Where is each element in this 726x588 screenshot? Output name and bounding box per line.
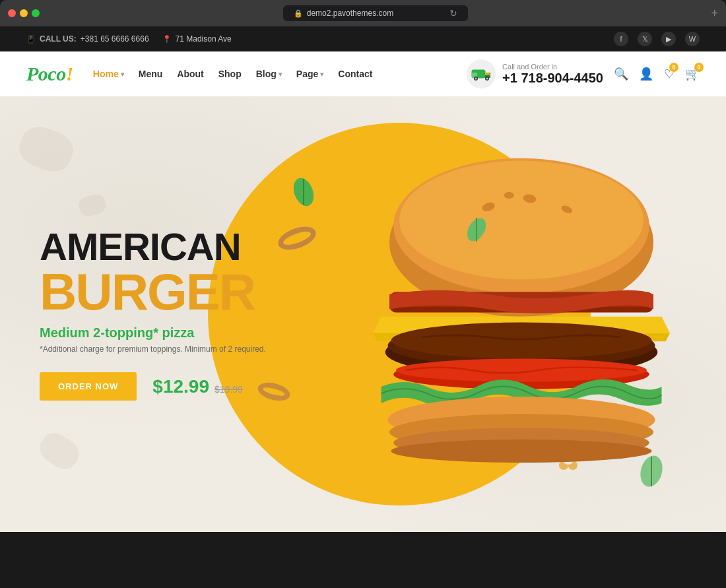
wordpress-icon[interactable]: W	[685, 32, 700, 46]
nav-blog[interactable]: Blog ▾	[256, 69, 282, 79]
logo-exclaim: !	[66, 63, 73, 84]
leaf-1	[290, 176, 317, 211]
nav-home[interactable]: Home ▾	[93, 69, 124, 79]
hero-subtitle: Medium 2-topping* pizza	[40, 325, 266, 341]
refresh-icon[interactable]: ↻	[449, 8, 457, 18]
svg-point-19	[504, 192, 514, 199]
chevron-down-icon-page: ▾	[320, 71, 323, 78]
new-tab-button[interactable]: +	[711, 7, 718, 20]
maximize-button[interactable]	[32, 9, 40, 17]
price-new: $12.99	[152, 376, 209, 397]
call-order: Call and Order in +1 718-904-4450	[467, 59, 603, 88]
nav-menu[interactable]: Menu	[139, 69, 163, 79]
cart-icon[interactable]: 🛒 0	[685, 67, 700, 81]
hero-actions: ORDER NOW $12.99 $19.99	[40, 372, 266, 401]
phone-info: 📱 CALL US: +381 65 6666 6666	[26, 34, 149, 44]
browser-titlebar: 🔒 demo2.pavothemes.com ↻ +	[0, 0, 726, 26]
nav-shop[interactable]: Shop	[218, 69, 242, 79]
nav-contact[interactable]: Contact	[338, 69, 372, 79]
address-bar: 🔒 demo2.pavothemes.com ↻	[45, 5, 706, 21]
price-wrapper: $12.99 $19.99	[152, 376, 242, 397]
logo-text: Poco	[26, 63, 66, 84]
wishlist-icon[interactable]: ♡ 0	[664, 67, 675, 81]
svg-point-26	[391, 323, 652, 359]
nav-right: Call and Order in +1 718-904-4450 🔍 👤 ♡ …	[467, 59, 700, 88]
hero-section: ✿	[0, 96, 726, 532]
phone-label: CALL US:	[40, 34, 77, 44]
phone-number[interactable]: +381 65 6666 6666	[81, 34, 149, 44]
nav-about[interactable]: About	[177, 69, 203, 79]
top-bar: 📱 CALL US: +381 65 6666 6666 📍 71 Madiso…	[0, 26, 726, 51]
price-old: $19.99	[214, 384, 243, 395]
close-button[interactable]	[8, 9, 16, 17]
logo[interactable]: Poco!	[26, 63, 73, 85]
navbar: Poco! Home ▾ Menu About Shop Blog ▾	[0, 51, 726, 96]
phone-icon: 📱	[26, 35, 36, 44]
lock-icon: 🔒	[294, 9, 303, 18]
nav-links: Home ▾ Menu About Shop Blog ▾ Page	[93, 69, 447, 79]
hero-title-main: BURGER	[40, 266, 266, 317]
svg-point-15	[399, 161, 644, 280]
facebook-icon[interactable]: f	[614, 32, 628, 46]
youtube-icon[interactable]: ▶	[661, 32, 676, 46]
hero-title-top: AMERICAN	[40, 228, 266, 266]
wishlist-badge: 0	[669, 63, 678, 72]
call-order-text: Call and Order in +1 718-904-4450	[502, 63, 603, 86]
chevron-down-icon: ▾	[121, 71, 124, 78]
svg-point-28	[396, 359, 647, 382]
hero-note: *Additional charge for premium toppings.…	[40, 344, 266, 354]
url-text[interactable]: demo2.pavothemes.com	[307, 9, 393, 18]
svg-point-32	[391, 440, 652, 463]
leaf-2	[465, 215, 488, 247]
address-info: 📍 71 Madison Ave	[162, 34, 232, 44]
twitter-icon[interactable]: 𝕏	[638, 32, 652, 46]
order-now-button[interactable]: ORDER NOW	[40, 372, 137, 401]
traffic-lights	[8, 9, 40, 17]
nav-page[interactable]: Page ▾	[296, 69, 323, 79]
location-icon: 📍	[162, 35, 172, 44]
address-text[interactable]: 71 Madison Ave	[176, 34, 232, 44]
leaf-3	[637, 453, 667, 492]
social-icons: f 𝕏 ▶ W	[614, 32, 700, 46]
call-label: Call and Order in	[502, 63, 603, 71]
call-number[interactable]: +1 718-904-4450	[502, 71, 603, 86]
svg-point-6	[486, 78, 488, 80]
cart-badge: 0	[694, 63, 704, 72]
website-content: Poco! Home ▾ Menu About Shop Blog ▾	[0, 51, 726, 532]
svg-point-4	[475, 78, 477, 80]
delivery-icon	[467, 59, 496, 88]
chevron-down-icon-blog: ▾	[279, 71, 282, 78]
search-icon[interactable]: 🔍	[614, 67, 628, 81]
hero-content: AMERICAN BURGER Medium 2-topping* pizza …	[40, 228, 266, 401]
account-icon[interactable]: 👤	[639, 67, 653, 81]
minimize-button[interactable]	[20, 9, 28, 17]
